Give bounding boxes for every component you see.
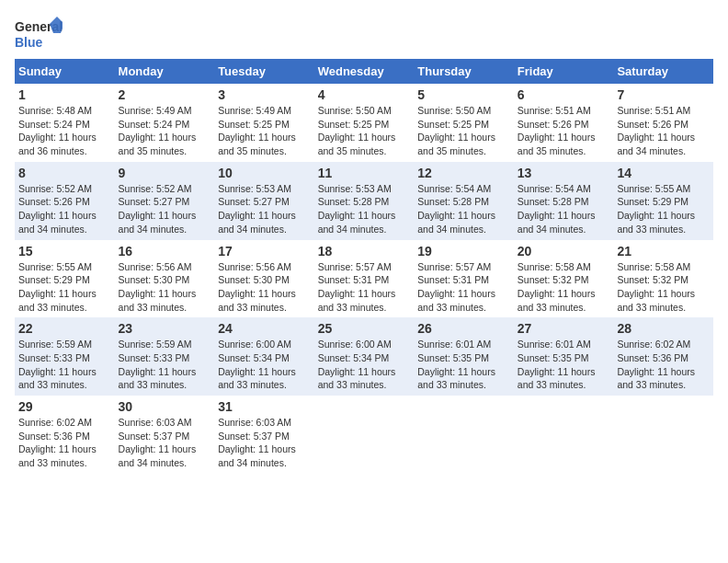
day-number: 23 [119, 321, 211, 336]
day-number: 17 [218, 244, 311, 259]
calendar-week-row: 1 Sunrise: 5:48 AMSunset: 5:24 PMDayligh… [15, 84, 713, 162]
day-detail: Sunrise: 5:50 AMSunset: 5:25 PMDaylight:… [318, 105, 396, 156]
day-number: 19 [417, 244, 510, 259]
calendar-cell: 28 Sunrise: 6:02 AMSunset: 5:36 PMDaylig… [613, 317, 713, 396]
day-detail: Sunrise: 5:49 AMSunset: 5:24 PMDaylight:… [119, 105, 197, 156]
day-detail: Sunrise: 5:55 AMSunset: 5:29 PMDaylight:… [18, 261, 97, 313]
day-number: 8 [18, 166, 111, 180]
calendar-cell: 30 Sunrise: 6:03 AMSunset: 5:37 PMDaylig… [115, 396, 215, 474]
calendar-cell: 14 Sunrise: 5:55 AMSunset: 5:29 PMDaylig… [613, 162, 713, 240]
day-detail: Sunrise: 6:00 AMSunset: 5:34 PMDaylight:… [218, 339, 296, 390]
day-detail: Sunrise: 5:51 AMSunset: 5:26 PMDaylight:… [617, 105, 695, 156]
day-number: 21 [617, 244, 710, 259]
calendar-cell: 4 Sunrise: 5:50 AMSunset: 5:25 PMDayligh… [314, 84, 415, 162]
day-number: 25 [318, 321, 411, 336]
day-detail: Sunrise: 5:54 AMSunset: 5:28 PMDaylight:… [518, 183, 596, 235]
calendar-cell: 29 Sunrise: 6:02 AMSunset: 5:36 PMDaylig… [15, 396, 115, 474]
day-number: 22 [18, 321, 111, 336]
calendar-cell [514, 396, 614, 474]
day-detail: Sunrise: 6:01 AMSunset: 5:35 PMDaylight:… [417, 339, 495, 390]
day-number: 7 [617, 87, 710, 102]
day-detail: Sunrise: 5:55 AMSunset: 5:29 PMDaylight:… [617, 183, 695, 235]
logo-icon: General Blue [15, 15, 63, 52]
calendar-cell: 27 Sunrise: 6:01 AMSunset: 5:35 PMDaylig… [514, 317, 614, 396]
header-saturday: Saturday [613, 59, 713, 84]
header: General Blue [15, 15, 713, 52]
day-number: 31 [218, 399, 311, 414]
calendar-cell: 19 Sunrise: 5:57 AMSunset: 5:31 PMDaylig… [414, 240, 514, 318]
calendar-cell: 31 Sunrise: 6:03 AMSunset: 5:37 PMDaylig… [214, 396, 314, 474]
calendar-cell: 1 Sunrise: 5:48 AMSunset: 5:24 PMDayligh… [15, 84, 115, 162]
day-detail: Sunrise: 5:53 AMSunset: 5:28 PMDaylight:… [318, 183, 396, 235]
calendar-cell [314, 396, 415, 474]
day-detail: Sunrise: 5:59 AMSunset: 5:33 PMDaylight:… [119, 339, 197, 390]
day-number: 4 [318, 87, 411, 102]
calendar-cell [613, 396, 713, 474]
calendar-header-row: SundayMondayTuesdayWednesdayThursdayFrid… [15, 59, 713, 84]
logo: General Blue [15, 15, 63, 52]
svg-text:Blue: Blue [15, 35, 43, 50]
day-detail: Sunrise: 5:56 AMSunset: 5:30 PMDaylight:… [119, 261, 197, 313]
calendar-cell: 10 Sunrise: 5:53 AMSunset: 5:27 PMDaylig… [214, 162, 314, 240]
day-detail: Sunrise: 5:52 AMSunset: 5:27 PMDaylight:… [119, 183, 197, 235]
calendar-cell: 26 Sunrise: 6:01 AMSunset: 5:35 PMDaylig… [414, 317, 514, 396]
day-number: 10 [218, 166, 311, 180]
header-friday: Friday [514, 59, 614, 84]
calendar-cell: 13 Sunrise: 5:54 AMSunset: 5:28 PMDaylig… [514, 162, 614, 240]
day-detail: Sunrise: 5:56 AMSunset: 5:30 PMDaylight:… [218, 261, 296, 313]
calendar-cell: 24 Sunrise: 6:00 AMSunset: 5:34 PMDaylig… [214, 317, 314, 396]
day-detail: Sunrise: 5:50 AMSunset: 5:25 PMDaylight:… [417, 105, 495, 156]
day-detail: Sunrise: 5:52 AMSunset: 5:26 PMDaylight:… [18, 183, 97, 235]
calendar-cell: 16 Sunrise: 5:56 AMSunset: 5:30 PMDaylig… [115, 240, 215, 318]
day-number: 9 [119, 166, 211, 180]
calendar-cell: 5 Sunrise: 5:50 AMSunset: 5:25 PMDayligh… [414, 84, 514, 162]
calendar-week-row: 22 Sunrise: 5:59 AMSunset: 5:33 PMDaylig… [15, 317, 713, 396]
header-sunday: Sunday [15, 59, 115, 84]
day-number: 15 [18, 244, 111, 259]
calendar-cell: 17 Sunrise: 5:56 AMSunset: 5:30 PMDaylig… [214, 240, 314, 318]
day-number: 24 [218, 321, 311, 336]
calendar-cell: 8 Sunrise: 5:52 AMSunset: 5:26 PMDayligh… [15, 162, 115, 240]
day-detail: Sunrise: 6:00 AMSunset: 5:34 PMDaylight:… [318, 339, 396, 390]
day-detail: Sunrise: 6:01 AMSunset: 5:35 PMDaylight:… [518, 339, 596, 390]
day-number: 26 [417, 321, 510, 336]
day-detail: Sunrise: 6:03 AMSunset: 5:37 PMDaylight:… [218, 417, 296, 468]
calendar-cell: 11 Sunrise: 5:53 AMSunset: 5:28 PMDaylig… [314, 162, 415, 240]
day-number: 12 [417, 166, 510, 180]
day-detail: Sunrise: 5:53 AMSunset: 5:27 PMDaylight:… [218, 183, 296, 235]
day-number: 3 [218, 87, 311, 102]
day-detail: Sunrise: 5:51 AMSunset: 5:26 PMDaylight:… [518, 105, 596, 156]
calendar-cell: 7 Sunrise: 5:51 AMSunset: 5:26 PMDayligh… [613, 84, 713, 162]
day-detail: Sunrise: 5:57 AMSunset: 5:31 PMDaylight:… [417, 261, 495, 313]
day-number: 29 [18, 399, 111, 414]
calendar-cell: 15 Sunrise: 5:55 AMSunset: 5:29 PMDaylig… [15, 240, 115, 318]
day-number: 14 [617, 166, 710, 180]
day-number: 18 [318, 244, 411, 259]
calendar-week-row: 8 Sunrise: 5:52 AMSunset: 5:26 PMDayligh… [15, 162, 713, 240]
calendar-week-row: 15 Sunrise: 5:55 AMSunset: 5:29 PMDaylig… [15, 240, 713, 318]
day-number: 28 [617, 321, 710, 336]
day-number: 16 [119, 244, 211, 259]
day-detail: Sunrise: 6:02 AMSunset: 5:36 PMDaylight:… [617, 339, 695, 390]
calendar-cell: 25 Sunrise: 6:00 AMSunset: 5:34 PMDaylig… [314, 317, 415, 396]
day-detail: Sunrise: 5:54 AMSunset: 5:28 PMDaylight:… [417, 183, 495, 235]
calendar-cell [414, 396, 514, 474]
day-number: 6 [518, 87, 610, 102]
day-number: 13 [518, 166, 610, 180]
day-detail: Sunrise: 5:57 AMSunset: 5:31 PMDaylight:… [318, 261, 396, 313]
calendar-table: SundayMondayTuesdayWednesdayThursdayFrid… [15, 59, 713, 474]
header-tuesday: Tuesday [214, 59, 314, 84]
calendar-cell: 12 Sunrise: 5:54 AMSunset: 5:28 PMDaylig… [414, 162, 514, 240]
calendar-cell: 21 Sunrise: 5:58 AMSunset: 5:32 PMDaylig… [613, 240, 713, 318]
day-number: 11 [318, 166, 411, 180]
calendar-cell: 2 Sunrise: 5:49 AMSunset: 5:24 PMDayligh… [115, 84, 215, 162]
calendar-cell: 3 Sunrise: 5:49 AMSunset: 5:25 PMDayligh… [214, 84, 314, 162]
day-number: 30 [119, 399, 211, 414]
header-monday: Monday [115, 59, 215, 84]
day-detail: Sunrise: 6:03 AMSunset: 5:37 PMDaylight:… [119, 417, 197, 468]
day-detail: Sunrise: 5:58 AMSunset: 5:32 PMDaylight:… [518, 261, 596, 313]
day-number: 5 [417, 87, 510, 102]
calendar-cell: 23 Sunrise: 5:59 AMSunset: 5:33 PMDaylig… [115, 317, 215, 396]
day-number: 2 [119, 87, 211, 102]
header-thursday: Thursday [414, 59, 514, 84]
